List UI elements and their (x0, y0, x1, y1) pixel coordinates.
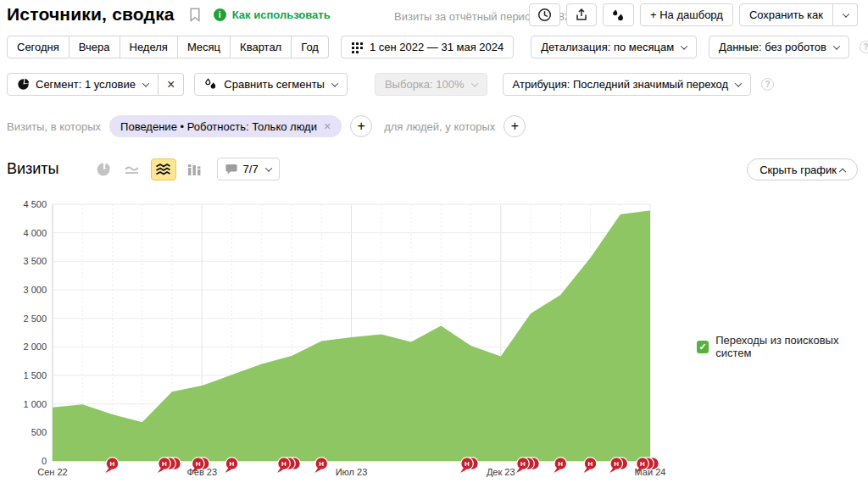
hide-chart-label: Скрыть график (760, 164, 837, 176)
save-as-split-button: Сохранить как (739, 3, 858, 26)
svg-text:Н: Н (196, 460, 201, 468)
add-visit-filter-button[interactable]: + (350, 115, 372, 137)
chevron-down-icon (142, 80, 149, 86)
speech-bubble-icon (225, 164, 237, 175)
add-people-filter-button[interactable]: + (504, 115, 526, 137)
hide-chart-button[interactable]: Скрыть график (747, 158, 858, 180)
clock-icon (537, 8, 552, 22)
preset-2[interactable]: Неделя (120, 36, 178, 58)
period-bar: СегодняВчераНеделяМесяцКварталГод 1 сен … (7, 36, 868, 58)
info-icon: i (214, 8, 226, 21)
compare-segments-button[interactable]: Сравнить сегменты (194, 73, 348, 96)
date-range-label: 1 сен 2022 — 31 мая 2024 (370, 41, 504, 53)
svg-text:1 000: 1 000 (23, 399, 47, 409)
segment-label: Сегмент: 1 условие (36, 78, 136, 91)
chevron-up-icon (839, 169, 846, 175)
chevron-down-icon (681, 42, 687, 49)
header: Источники, сводка i Как использовать (7, 4, 331, 25)
attribution-label: Атрибуция: Последний значимый переход (513, 78, 729, 91)
annotations-button[interactable]: 7/7 (217, 158, 280, 180)
segment-split: Сегмент: 1 условие × (7, 73, 184, 96)
svg-text:Н: Н (281, 460, 287, 468)
save-as-menu-button[interactable] (833, 3, 858, 26)
svg-text:Н: Н (588, 460, 593, 468)
save-as-button[interactable]: Сохранить как (739, 3, 833, 26)
bookmark-icon[interactable] (185, 4, 205, 25)
comments-icon (611, 8, 626, 22)
attribution-button[interactable]: Атрибуция: Последний значимый переход (503, 73, 752, 96)
svg-text:500: 500 (31, 427, 47, 437)
line-chart-icon[interactable] (122, 159, 142, 180)
how-to-use-link[interactable]: Как использовать (232, 8, 331, 21)
svg-text:4 500: 4 500 (23, 199, 47, 209)
svg-text:2 000: 2 000 (23, 341, 47, 352)
chart-legend: ✓ Переходы из поисковых систем (697, 334, 868, 359)
period-presets: СегодняВчераНеделяМесяцКварталГод (7, 36, 329, 58)
remove-filter-icon[interactable]: × (324, 119, 331, 133)
detalization-button[interactable]: Детализация: по месяцам (531, 36, 697, 58)
svg-text:Н: Н (614, 460, 619, 468)
export-icon (575, 8, 588, 22)
svg-text:3 500: 3 500 (23, 256, 47, 266)
legend-checkbox-checked[interactable]: ✓ (697, 341, 709, 353)
header-actions: + На дашборд Сохранить как (529, 3, 858, 26)
svg-text:Н: Н (465, 460, 470, 468)
preset-0[interactable]: Сегодня (7, 36, 70, 58)
svg-text:4 000: 4 000 (23, 228, 47, 238)
svg-text:Н: Н (558, 460, 563, 468)
preset-1[interactable]: Вчера (70, 36, 120, 58)
svg-text:Сен 22: Сен 22 (37, 467, 67, 477)
svg-text:2 500: 2 500 (23, 314, 47, 324)
chevron-down-icon (264, 164, 271, 171)
chevron-down-icon (843, 10, 849, 17)
annotations-count: 7/7 (243, 163, 259, 175)
preset-3[interactable]: Месяц (178, 36, 231, 58)
data-mode-button[interactable]: Данные: без роботов (709, 36, 849, 58)
page-title: Источники, сводка (7, 4, 175, 25)
chart-title: Визиты (7, 160, 59, 178)
chart-header: Визиты 7/7 (7, 158, 280, 180)
chevron-down-icon (470, 80, 477, 86)
chevron-down-icon (735, 80, 742, 86)
svg-text:Н: Н (319, 460, 324, 468)
compare-segments-label: Сравнить сегменты (224, 78, 325, 91)
sampling-label: Выборка: 100% (385, 78, 465, 91)
segment-button[interactable]: Сегмент: 1 условие (7, 73, 159, 96)
calendar-grid-icon (351, 41, 364, 53)
sampling-button: Выборка: 100% (375, 73, 487, 96)
date-range-button[interactable]: 1 сен 2022 — 31 мая 2024 (341, 36, 514, 58)
segment-bar: Сегмент: 1 условие × Сравнить сегменты В… (7, 73, 774, 96)
people-filter-label: для людей, у которых (384, 120, 495, 133)
droplets-icon (204, 78, 218, 91)
data-mode-label: Данные: без роботов (719, 41, 826, 53)
svg-text:1 500: 1 500 (23, 370, 47, 380)
export-button[interactable] (566, 3, 597, 26)
svg-text:Н: Н (110, 460, 115, 468)
preset-4[interactable]: Квартал (231, 36, 292, 58)
svg-text:Июл 23: Июл 23 (336, 467, 368, 477)
detalization-label: Детализация: по месяцам (541, 41, 674, 53)
segment-clear-button[interactable]: × (159, 73, 184, 96)
column-chart-icon[interactable] (185, 159, 205, 180)
comments-button[interactable] (603, 3, 634, 26)
history-button[interactable] (529, 3, 560, 26)
area-chart-icon-selected[interactable] (151, 158, 176, 180)
filters-row: Визиты, в которых Поведение • Роботность… (7, 115, 526, 137)
svg-text:Н: Н (520, 460, 526, 468)
chevron-down-icon (833, 42, 840, 49)
sources-summary-page: Источники, сводка i Как использовать Виз… (0, 0, 868, 483)
pie-segment-icon (17, 78, 30, 91)
preset-5[interactable]: Год (292, 36, 329, 58)
filter-chip-label: Поведение • Роботность: Только люди (120, 120, 317, 133)
legend-label: Переходы из поисковых систем (715, 334, 868, 359)
svg-text:Н: Н (162, 460, 167, 468)
pie-chart-icon[interactable] (93, 159, 114, 180)
help-icon[interactable]: ? (761, 78, 774, 91)
svg-text:Н: Н (640, 460, 645, 468)
add-to-dashboard-button[interactable]: + На дашборд (640, 3, 733, 26)
help-icon[interactable]: ? (860, 41, 868, 53)
svg-text:0: 0 (42, 456, 47, 466)
filter-chip-robots[interactable]: Поведение • Роботность: Только люди × (109, 115, 342, 137)
svg-text:Н: Н (230, 460, 235, 468)
svg-text:3 000: 3 000 (23, 285, 47, 295)
